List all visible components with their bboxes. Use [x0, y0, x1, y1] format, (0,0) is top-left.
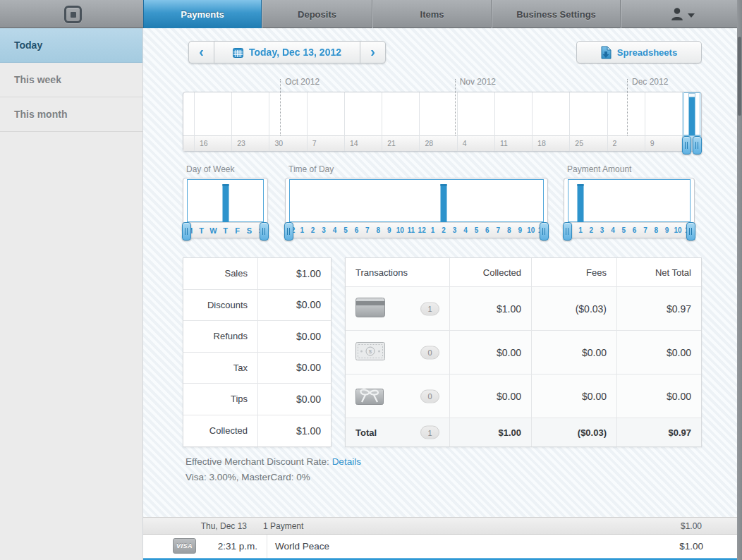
user-menu-button[interactable]	[621, 0, 742, 28]
mini-chart-payment-amount[interactable]: Payment Amount01234567891011	[564, 178, 695, 238]
mini-chart-label-strip: 121234567891011121234567891011	[286, 222, 547, 238]
mini-chart-title: Time of Day	[288, 164, 334, 174]
date-navigation: ‹ Today, Dec 13, 2012 ›	[188, 41, 386, 63]
mini-chart-tick-label: 9	[384, 226, 394, 234]
payment-time: 2:31 p.m.	[196, 535, 257, 558]
timeline-week-cell: 25	[569, 92, 607, 151]
fees-cell: ($0.03)	[531, 287, 616, 330]
fees-cell: $0.00	[531, 375, 616, 418]
range-handle[interactable]	[686, 222, 695, 241]
timeline-month-label: Dec 2012	[632, 77, 668, 87]
payment-row[interactable]: VISA2:31 p.m.World Peace$1.00	[143, 535, 742, 558]
main-content: ‹ Today, Dec 13, 2012 › Spreadsheets 162…	[143, 28, 742, 560]
sidebar-item-this-month[interactable]: This month	[0, 97, 142, 132]
timeline-month-marker: Oct 2012	[280, 79, 281, 135]
timeline-week-cell: 30	[269, 92, 306, 151]
mini-chart-tick-label: S	[243, 226, 255, 235]
credit-card-icon	[355, 298, 385, 319]
mini-chart-day-of-week[interactable]: Day of WeekMTWTFSS	[183, 178, 268, 238]
mini-chart-tick-label: 8	[651, 226, 662, 234]
summary-row-tax: Tax$0.00	[183, 353, 331, 384]
current-date-label: Today, Dec 13, 2012	[249, 47, 341, 58]
timeline-week-label: 25	[575, 139, 583, 147]
mini-chart-tick-label: 7	[493, 226, 504, 234]
timeline-selection-cap[interactable]	[688, 93, 695, 97]
mini-chart-tick-label: 6	[482, 226, 492, 234]
mini-chart-time-of-day[interactable]: Time of Day12123456789101112123456789101…	[285, 178, 548, 238]
timeline-month-marker: Nov 2012	[455, 79, 456, 135]
payment-amount: $1.00	[679, 535, 703, 558]
range-handle[interactable]	[693, 136, 702, 154]
transactions-header-transactions: Transactions	[346, 258, 449, 286]
sidebar: TodayThis weekThis month	[0, 28, 143, 560]
transactions-row-gift: 0$0.00$0.00$0.00	[346, 375, 701, 418]
mini-chart-tick-label: W	[207, 226, 219, 235]
range-handle[interactable]	[284, 222, 293, 241]
mini-chart-tick-label: 3	[449, 226, 460, 234]
mini-chart-selection	[568, 179, 691, 222]
timeline-week-label: 21	[387, 139, 396, 147]
mini-chart-tick-label: 5	[471, 226, 482, 234]
fees-cell: $0.00	[531, 331, 616, 374]
net-total-cell: $0.97	[616, 287, 701, 330]
scrollbar-thumb[interactable]	[738, 37, 741, 116]
tab-deposits[interactable]: Deposits	[262, 0, 372, 28]
payments-day-total: $1.00	[681, 518, 702, 534]
tab-items[interactable]: Items	[372, 0, 492, 28]
timeline-week-label: 2	[613, 139, 617, 147]
timeline-selected-range[interactable]	[682, 92, 701, 151]
vertical-scrollbar[interactable]	[737, 0, 742, 560]
summary-row-value: $1.00	[258, 258, 331, 289]
square-logo-icon[interactable]	[64, 6, 82, 23]
details-link[interactable]: Details	[332, 456, 361, 467]
timeline-month-label: Oct 2012	[285, 77, 320, 87]
total-net-cell: $0.97	[616, 418, 701, 446]
summary-row-label: Tax	[183, 353, 258, 384]
next-day-button[interactable]: ›	[360, 41, 386, 63]
range-handle[interactable]	[682, 136, 691, 154]
count-badge: 1	[420, 302, 439, 315]
mini-chart-tick-label: 1	[296, 226, 307, 234]
gift-icon	[355, 385, 384, 407]
cash-icon: $	[355, 342, 385, 363]
tab-business-settings[interactable]: Business Settings	[492, 0, 621, 28]
mini-chart-tick-label: 9	[515, 226, 525, 234]
timeline-week-label: 11	[500, 139, 508, 147]
summary-row-sales: Sales$1.00	[183, 258, 331, 290]
timeline-week-cell: 14	[344, 92, 382, 151]
mini-chart-tick-label: 4	[607, 226, 618, 234]
collected-cell: $1.00	[449, 287, 531, 330]
summary-row-value: $1.00	[258, 415, 331, 447]
previous-day-button[interactable]: ‹	[188, 41, 214, 63]
date-picker-button[interactable]: Today, Dec 13, 2012	[214, 41, 360, 63]
timeline-week-label: 7	[312, 139, 317, 147]
mini-chart-tick-label: 5	[340, 226, 351, 234]
payments-day-count: 1 Payment	[263, 518, 303, 534]
timeline-week-label: 14	[350, 139, 358, 147]
count-badge: 0	[420, 346, 439, 359]
mini-chart-tick-label: 4	[460, 226, 470, 234]
mini-chart-tick-label: 5	[619, 226, 629, 234]
transactions-type-cell: 1	[346, 287, 449, 330]
timeline-week-cell: 9	[645, 92, 682, 151]
count-badge: 0	[420, 389, 439, 403]
timeline-week-cell: 2	[607, 92, 645, 151]
mini-chart-tick-label: T	[195, 226, 207, 235]
mini-chart-tick-label: 6	[629, 226, 640, 234]
timeline-month-label: Nov 2012	[460, 77, 496, 87]
sidebar-item-today[interactable]: Today	[0, 28, 142, 63]
spreadsheet-download-icon	[601, 46, 612, 59]
mini-chart-tick-label: 2	[438, 226, 449, 234]
spreadsheets-button-label: Spreadsheets	[617, 47, 677, 58]
spreadsheets-button[interactable]: Spreadsheets	[576, 41, 702, 63]
timeline-week-cell: 16	[194, 92, 231, 151]
range-handle[interactable]	[563, 222, 572, 241]
range-handle[interactable]	[540, 222, 549, 241]
range-handle[interactable]	[182, 222, 191, 241]
transactions-row-credit-card: 1$1.00($0.03)$0.97	[346, 287, 701, 331]
tab-payments[interactable]: Payments	[143, 0, 262, 28]
sidebar-item-this-week[interactable]: This week	[0, 63, 142, 97]
range-handle[interactable]	[260, 222, 269, 241]
discount-rate-section: Effective Merchant Discount Rate: Detail…	[186, 454, 361, 485]
mini-chart-label-strip: 01234567891011	[564, 222, 694, 238]
